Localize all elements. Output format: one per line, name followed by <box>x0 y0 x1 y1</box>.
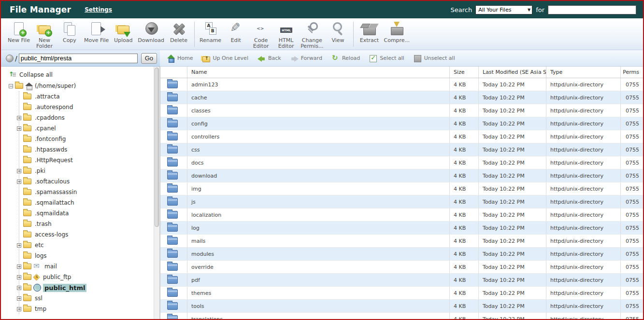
cache[interactable]: cache 4 KB Today 10:22 PM httpd/unix-dir… <box>160 91 643 104</box>
tools[interactable]: tools 4 KB Today 10:22 PM httpd/unix-dir… <box>160 300 643 313</box>
tree-root-home[interactable]: − (/home/super) <box>9 83 154 89</box>
tree-item-autorespond[interactable]: .autorespond <box>17 102 154 112</box>
vertical-scrollbar[interactable] <box>154 67 160 319</box>
expand-box-icon[interactable]: + <box>17 286 21 290</box>
file-name-cell[interactable]: modules <box>187 248 450 260</box>
delete-button[interactable]: Delete <box>166 21 191 43</box>
expand-box-icon[interactable]: + <box>17 116 21 120</box>
compress-button[interactable]: Compre... <box>382 21 412 43</box>
tree-item-fontconfig[interactable]: .fontconfig <box>17 134 154 144</box>
scrollbar-thumb[interactable] <box>155 68 159 227</box>
tree-item-ssl[interactable]: + ssl <box>17 293 154 304</box>
tree-item-softaculous[interactable]: + .softaculous <box>17 176 154 187</box>
file-name-cell[interactable]: tools <box>187 300 450 312</box>
move-file-button[interactable]: Move File <box>82 21 111 43</box>
file-name-cell[interactable]: docs <box>187 156 450 169</box>
code-editor-button[interactable]: Code Editor <box>248 21 273 49</box>
docs[interactable]: docs 4 KB Today 10:22 PM httpd/unix-dire… <box>160 156 643 169</box>
rename-button[interactable]: Rename <box>198 21 223 43</box>
nav-up-one-level[interactable]: Up One Level <box>202 55 248 62</box>
tree-item-pki[interactable]: + .pki <box>17 166 154 176</box>
download[interactable]: download 4 KB Today 10:22 PM httpd/unix-… <box>160 169 643 182</box>
file-name-cell[interactable]: download <box>187 169 450 182</box>
classes[interactable]: classes 4 KB Today 10:22 PM httpd/unix-d… <box>160 104 643 117</box>
controllers[interactable]: controllers 4 KB Today 10:22 PM httpd/un… <box>160 130 643 143</box>
file-name-cell[interactable]: admin123 <box>187 78 450 91</box>
expand-box-icon[interactable]: + <box>17 264 21 269</box>
tree-item-cpanel[interactable]: + .cpanel <box>17 123 154 134</box>
file-name-cell[interactable]: css <box>187 143 450 156</box>
new-folder-button[interactable]: New Folder <box>32 21 57 49</box>
localization[interactable]: localization 4 KB Today 10:22 PM httpd/u… <box>160 209 643 222</box>
expand-box-icon[interactable]: + <box>17 243 21 248</box>
expand-box-icon[interactable] <box>17 105 21 110</box>
admin123[interactable]: admin123 4 KB Today 10:22 PM httpd/unix-… <box>160 78 643 91</box>
expand-box-icon[interactable] <box>17 201 21 205</box>
search-input[interactable] <box>548 5 636 14</box>
file-name-cell[interactable]: pdf <box>187 274 450 286</box>
expand-box-icon[interactable] <box>17 148 21 152</box>
file-name-cell[interactable]: themes <box>187 287 450 299</box>
css[interactable]: css 4 KB Today 10:22 PM httpd/unix-direc… <box>160 143 643 156</box>
tree-item-access-logs[interactable]: access-logs <box>17 229 154 240</box>
file-name-cell[interactable]: cache <box>187 91 450 104</box>
pdf[interactable]: pdf 4 KB Today 10:22 PM httpd/unix-direc… <box>160 274 643 287</box>
collapse-all-button[interactable]: Collapse all <box>9 71 154 78</box>
file-name-cell[interactable]: translations <box>187 313 450 319</box>
settings-link[interactable]: Settings <box>85 6 112 13</box>
tree-item-cpaddons[interactable]: + .cpaddons <box>17 112 154 123</box>
download-button[interactable]: Download <box>136 21 166 43</box>
tree-item-etc[interactable]: + etc <box>17 240 154 250</box>
edit-button[interactable]: Edit <box>223 21 248 43</box>
file-name-cell[interactable]: classes <box>187 104 450 117</box>
tree-item-public-ftp[interactable]: + public_ftp <box>17 272 154 282</box>
search-scope-select[interactable]: All Your Files ▼ <box>475 5 532 14</box>
expand-box-icon[interactable]: + <box>17 169 21 173</box>
tree-item-public-html[interactable]: + public_html <box>17 282 154 293</box>
tree-item-httprequest[interactable]: .HttpRequest <box>17 155 154 166</box>
tree-item-tmp[interactable]: + tmp <box>17 304 154 314</box>
nav-unselect-all[interactable]: Unselect all <box>414 55 455 62</box>
go-button[interactable]: Go <box>141 53 157 64</box>
nav-home[interactable]: Home <box>167 55 193 62</box>
extract-button[interactable]: Extract <box>357 21 382 43</box>
tree-item-logs[interactable]: logs <box>17 250 154 261</box>
nav-select-all[interactable]: Select all <box>369 55 404 62</box>
header-last-modified[interactable]: Last Modified (SE Asia S <box>479 67 546 78</box>
expand-box-icon[interactable] <box>17 137 21 141</box>
collapse-box-icon[interactable]: − <box>9 84 13 88</box>
override[interactable]: override 4 KB Today 10:22 PM httpd/unix-… <box>160 261 643 274</box>
tree-item-attracta[interactable]: .attracta <box>17 91 154 102</box>
expand-box-icon[interactable]: + <box>17 307 21 311</box>
themes[interactable]: themes 4 KB Today 10:22 PM httpd/unix-di… <box>160 287 643 300</box>
file-name-cell[interactable]: img <box>187 182 450 195</box>
nav-back[interactable]: Back <box>258 55 281 62</box>
header-perms[interactable]: Perms <box>621 67 643 78</box>
upload-button[interactable]: Upload <box>111 21 136 43</box>
copy-button[interactable]: Copy <box>57 21 82 43</box>
change-permissions-button[interactable]: Change Permis... <box>299 21 325 49</box>
header-name[interactable]: Name <box>187 67 450 78</box>
file-name-cell[interactable]: controllers <box>187 130 450 143</box>
js[interactable]: js 4 KB Today 10:22 PM httpd/unix-direct… <box>160 195 643 209</box>
expand-box-icon[interactable]: + <box>17 126 21 131</box>
expand-box-icon[interactable] <box>17 233 21 237</box>
expand-box-icon[interactable]: + <box>17 296 21 301</box>
tree-item-htpasswds[interactable]: .htpasswds <box>17 144 154 155</box>
file-name-cell[interactable]: override <box>187 261 450 273</box>
view-button[interactable]: View <box>325 21 350 43</box>
config[interactable]: config 4 KB Today 10:22 PM httpd/unix-di… <box>160 117 643 130</box>
file-name-cell[interactable]: config <box>187 117 450 130</box>
tree-item-sqmaildata[interactable]: .sqmaildata <box>17 208 154 219</box>
file-name-cell[interactable]: log <box>187 222 450 234</box>
tree-item-mail[interactable]: + mail <box>17 261 154 272</box>
expand-box-icon[interactable] <box>17 95 21 99</box>
expand-box-icon[interactable] <box>17 254 21 258</box>
tree-item-spamassassin[interactable]: .spamassassin <box>17 187 154 197</box>
expand-box-icon[interactable]: + <box>17 275 21 279</box>
expand-box-icon[interactable] <box>17 158 21 163</box>
header-size[interactable]: Size <box>450 67 479 78</box>
log[interactable]: log 4 KB Today 10:22 PM httpd/unix-direc… <box>160 222 643 235</box>
header-type[interactable]: Type <box>546 67 621 78</box>
tree-item-sqmailattach[interactable]: .sqmailattach <box>17 197 154 208</box>
